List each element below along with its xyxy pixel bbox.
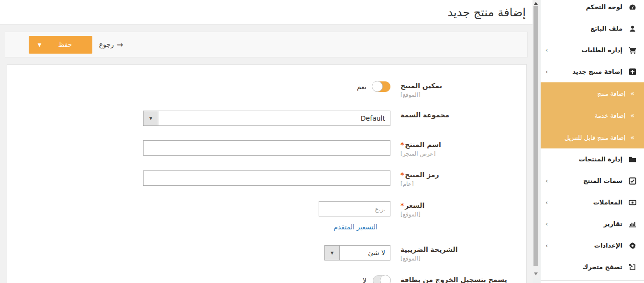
select-value: لا شئ bbox=[340, 246, 390, 260]
toggle-knob[interactable] bbox=[372, 81, 383, 92]
add-product-submenu: إضافة منتج « إضافة خدمة « إضافة منتج قاب… bbox=[541, 82, 644, 148]
sidebar-item-browse-store[interactable]: تصفح متجرك bbox=[541, 256, 644, 278]
sidebar-item-reports[interactable]: ‹ تقارير bbox=[541, 213, 644, 235]
chart-icon bbox=[629, 220, 636, 228]
currency-addon: ر.ع. bbox=[373, 205, 390, 213]
sidebar-item-orders[interactable]: ‹ إدارة الطلبات bbox=[541, 39, 644, 61]
sidebar-item-settings[interactable]: ‹ الإعدادات bbox=[541, 235, 644, 256]
field-label: رمز المنتج* bbox=[400, 171, 526, 179]
scrollbar-thumb[interactable] bbox=[533, 6, 538, 266]
chevron-left-icon: ‹ bbox=[545, 47, 548, 53]
back-label: رجوع bbox=[99, 41, 114, 48]
field-label: اسم المنتج* bbox=[400, 141, 526, 149]
dashboard-icon bbox=[629, 3, 636, 11]
toggle-knob[interactable] bbox=[380, 275, 391, 283]
money-icon bbox=[629, 199, 636, 206]
page-actions-toolbar: ▼ حفظ رجوع → bbox=[5, 32, 528, 57]
plus-square-icon bbox=[629, 68, 636, 76]
field-label: السعر* bbox=[400, 202, 526, 210]
vertical-scrollbar[interactable] bbox=[533, 0, 539, 278]
chevron-left-icon: ‹ bbox=[545, 221, 548, 227]
select-caret-icon[interactable]: ▼ bbox=[325, 246, 340, 260]
field-product-name: اسم المنتج* [عرض المتجر] bbox=[7, 140, 526, 157]
submenu-item-add-service[interactable]: إضافة خدمة « bbox=[541, 104, 644, 126]
field-price: ر.ع. التسعير المتقدم السعر* [الموقع] bbox=[7, 201, 526, 231]
enable-product-toggle[interactable] bbox=[373, 81, 390, 92]
cart-icon bbox=[629, 46, 636, 54]
chevron-left-icon: ‹ bbox=[545, 242, 548, 249]
required-asterisk: * bbox=[400, 171, 404, 179]
giftcard-toggle[interactable] bbox=[373, 275, 390, 283]
advanced-pricing-link[interactable]: التسعير المتقدم bbox=[333, 223, 378, 231]
field-label: يسمح بتسجيل الخروج من بطاقة الهدايا bbox=[400, 276, 526, 283]
product-name-input[interactable] bbox=[143, 140, 390, 156]
sku-input[interactable] bbox=[143, 170, 390, 186]
page-title: إضافة منتج جديد bbox=[448, 6, 526, 19]
save-button-label: حفظ bbox=[50, 41, 92, 48]
submenu-item-add-downloadable-product[interactable]: إضافة منتج قابل للتنزيل « bbox=[541, 126, 644, 148]
field-label: تمكين المنتج bbox=[400, 82, 526, 90]
chevron-left-icon: ‹ bbox=[545, 178, 548, 184]
field-attribute-set: ▼ Default مجموعة السمة bbox=[7, 111, 526, 126]
sidebar-item-dashboard[interactable]: لوحة التحكم bbox=[541, 0, 644, 18]
external-link-icon bbox=[629, 263, 636, 271]
sidebar-item-seller-profile[interactable]: ملف البائع bbox=[541, 18, 644, 39]
main-content: إضافة منتج جديد ▼ حفظ رجوع → نعم تمكين ا… bbox=[0, 0, 533, 283]
required-asterisk: * bbox=[400, 141, 404, 148]
field-label: الشريحة الضريبية bbox=[400, 246, 526, 254]
field-scope: [الموقع] bbox=[400, 255, 526, 262]
submenu-item-add-product[interactable]: إضافة منتج « bbox=[541, 82, 644, 104]
page-header: إضافة منتج جديد bbox=[0, 0, 533, 25]
select-caret-icon[interactable]: ▼ bbox=[144, 111, 158, 125]
price-input[interactable] bbox=[319, 202, 373, 215]
save-dropdown-caret-icon[interactable]: ▼ bbox=[29, 42, 50, 47]
sidebar-item-transactions[interactable]: ‹ المعاملات bbox=[541, 192, 644, 213]
double-angle-icon: « bbox=[630, 112, 634, 119]
select-value: Default bbox=[158, 111, 390, 125]
check-square-icon bbox=[629, 177, 636, 185]
chevron-left-icon: ‹ bbox=[545, 199, 548, 205]
field-scope: [الموقع] bbox=[400, 91, 526, 98]
scroll-up-arrow-icon[interactable] bbox=[534, 2, 538, 5]
chevron-left-icon: ‹ bbox=[545, 68, 548, 75]
field-enable-product: نعم تمكين المنتج [الموقع] bbox=[7, 81, 526, 98]
save-button[interactable]: ▼ حفظ bbox=[29, 36, 92, 54]
user-icon bbox=[629, 25, 636, 33]
required-asterisk: * bbox=[400, 202, 404, 209]
sidebar-item-product-attributes[interactable]: ‹ سمات المنتج bbox=[541, 170, 644, 192]
gear-icon bbox=[629, 242, 636, 249]
sidebar: لوحة التحكم ملف البائع ‹ إدارة الطلبات ‹… bbox=[541, 0, 644, 283]
attribute-set-select[interactable]: ▼ Default bbox=[143, 111, 390, 126]
field-giftcard-checkout: لا يسمح بتسجيل الخروج من بطاقة الهدايا bbox=[7, 275, 526, 283]
field-label: مجموعة السمة bbox=[400, 111, 526, 119]
sidebar-divider bbox=[541, 280, 644, 281]
sidebar-item-add-new-product[interactable]: ‹ إضافة منتج جديد bbox=[541, 61, 644, 82]
back-button[interactable]: رجوع → bbox=[99, 40, 123, 49]
sidebar-item-manage-products[interactable]: إدارة المنتجات bbox=[541, 148, 644, 170]
field-scope: [عرض المتجر] bbox=[400, 150, 526, 157]
tax-class-select[interactable]: ▼ لا شئ bbox=[324, 245, 390, 260]
field-sku: رمز المنتج* [عام] bbox=[7, 170, 526, 187]
product-form: نعم تمكين المنتج [الموقع] ▼ Default مجمو… bbox=[7, 64, 527, 283]
double-angle-icon: « bbox=[630, 90, 634, 97]
toggle-value-label: لا bbox=[363, 277, 366, 283]
toggle-value-label: نعم bbox=[357, 83, 366, 91]
field-scope: [الموقع] bbox=[400, 211, 526, 218]
back-arrow-icon: → bbox=[117, 40, 123, 49]
field-tax-class: ▼ لا شئ الشريحة الضريبية [الموقع] bbox=[7, 245, 526, 262]
field-scope: [عام] bbox=[400, 181, 526, 187]
scroll-down-arrow-icon[interactable] bbox=[534, 272, 538, 275]
folder-icon bbox=[629, 156, 636, 163]
price-field: ر.ع. bbox=[319, 201, 390, 216]
double-angle-icon: « bbox=[630, 134, 634, 141]
